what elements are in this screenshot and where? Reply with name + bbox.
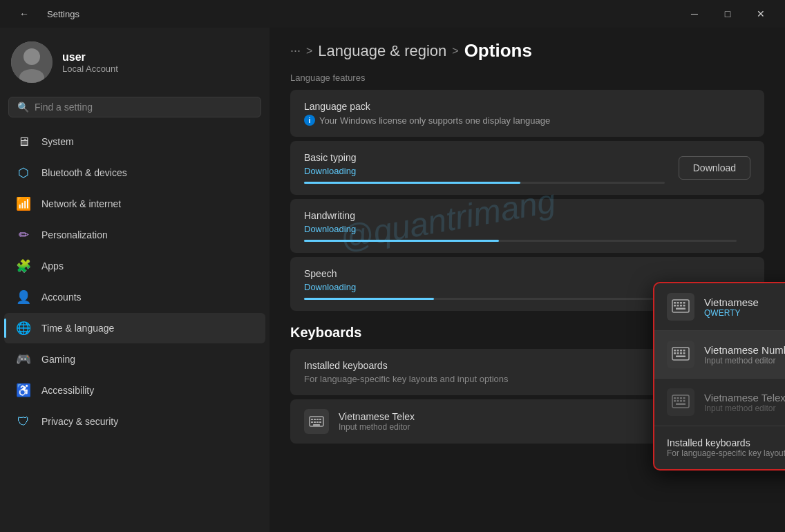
back-button[interactable]: ← <box>8 3 40 24</box>
app-body: user Local Account 🔍 🖥 System ⬡ Bluetoot… <box>0 28 785 532</box>
personalization-icon: ✏ <box>15 227 32 243</box>
installed-keyboards-sub: For language-specific key layouts and in… <box>304 374 509 384</box>
basic-typing-progress-bg <box>304 182 665 184</box>
svg-rect-21 <box>683 305 685 307</box>
viet-telex-icon <box>667 388 694 416</box>
svg-rect-32 <box>676 356 685 358</box>
dropdown-viet-number-name: Vietnamese Number Key-based <box>704 344 785 356</box>
keyboard-name: Vietnamese Telex <box>339 411 415 422</box>
dropdown-item-viet-number[interactable]: Vietnamese Number Key-based Input method… <box>654 331 785 378</box>
viet-number-icon <box>667 341 694 368</box>
sidebar-item-system[interactable]: 🖥 System <box>4 126 265 157</box>
svg-rect-36 <box>680 397 682 399</box>
keyboard-icon <box>304 409 329 434</box>
svg-rect-10 <box>316 421 319 423</box>
basic-typing-status: Downloading <box>304 166 665 176</box>
sidebar-item-label: Apps <box>41 260 64 272</box>
close-button[interactable]: ✕ <box>745 3 777 24</box>
dropdown-item-viet-qwerty[interactable]: Vietnamese QWERTY <box>654 283 785 330</box>
svg-point-1 <box>23 48 40 65</box>
sidebar-item-label: Bluetooth & devices <box>41 167 127 178</box>
sidebar-item-label: Accounts <box>41 292 82 303</box>
sidebar-item-label: Personalization <box>41 229 108 240</box>
handwriting-title: Handwriting <box>304 210 737 221</box>
lang-pack-note: Your Windows license only supports one d… <box>319 115 550 126</box>
svg-rect-12 <box>313 424 320 426</box>
dropdown-item-viet-telex[interactable]: Vietnamese Telex Input method editor <box>654 379 785 426</box>
wifi-icon: 📶 <box>15 196 32 212</box>
dropdown-viet-telex-name: Vietnamese Telex <box>704 392 785 403</box>
nav-list: 🖥 System ⬡ Bluetooth & devices 📶 Network… <box>0 126 269 437</box>
svg-rect-17 <box>683 302 685 304</box>
breadcrumb-sep2: > <box>452 45 458 57</box>
sidebar-item-accessibility[interactable]: ♿ Accessibility <box>4 375 265 406</box>
maximize-button[interactable]: □ <box>712 3 744 24</box>
privacy-icon: 🛡 <box>15 413 32 430</box>
keyboard-dropdown: Vietnamese QWERTY <box>653 282 785 471</box>
sidebar-item-time[interactable]: 🌐 Time & language <box>4 313 265 343</box>
apps-icon: 🧩 <box>15 258 32 274</box>
sidebar-item-gaming[interactable]: 🎮 Gaming <box>4 344 265 374</box>
user-name: user <box>62 51 118 64</box>
svg-rect-6 <box>316 419 319 420</box>
basic-typing-progress-fill <box>304 182 520 184</box>
svg-rect-4 <box>311 419 313 420</box>
sidebar-item-label: System <box>41 136 74 147</box>
svg-rect-15 <box>677 302 679 304</box>
svg-rect-25 <box>677 350 679 352</box>
svg-rect-16 <box>680 302 682 304</box>
language-pack-card: Language pack i Your Windows license onl… <box>290 90 764 137</box>
breadcrumb-lang-region[interactable]: Language & region <box>318 42 446 60</box>
sidebar-item-accounts[interactable]: 👤 Accounts <box>4 282 265 312</box>
section-title: Language features <box>290 73 764 83</box>
search-input[interactable] <box>35 102 252 113</box>
svg-rect-37 <box>683 397 685 399</box>
speech-progress-fill <box>304 298 434 300</box>
app-title: Settings <box>47 9 79 19</box>
sidebar-item-label: Accessibility <box>41 385 94 396</box>
installed-keyboards-dropdown-title: Installed keyboards <box>667 437 785 448</box>
handwriting-progress-bg <box>304 240 737 242</box>
svg-rect-26 <box>680 350 682 352</box>
info-icon: i <box>304 115 315 126</box>
search-icon: 🔍 <box>17 102 29 113</box>
svg-rect-14 <box>674 302 676 304</box>
minimize-button[interactable]: ─ <box>679 3 710 24</box>
gaming-icon: 🎮 <box>15 351 32 368</box>
sidebar-item-apps[interactable]: 🧩 Apps <box>4 251 265 281</box>
user-account-type: Local Account <box>62 64 118 74</box>
svg-rect-8 <box>311 421 313 423</box>
svg-rect-24 <box>674 350 676 352</box>
svg-rect-39 <box>677 400 679 402</box>
user-profile[interactable]: user Local Account <box>0 28 269 97</box>
svg-rect-30 <box>680 352 682 354</box>
svg-rect-42 <box>676 403 685 406</box>
sidebar-item-label: Gaming <box>41 354 75 365</box>
svg-rect-28 <box>674 352 676 354</box>
svg-rect-35 <box>677 397 679 399</box>
svg-rect-5 <box>314 419 316 420</box>
sidebar-item-privacy[interactable]: 🛡 Privacy & security <box>4 406 265 437</box>
svg-rect-27 <box>683 350 685 352</box>
svg-rect-41 <box>683 400 685 402</box>
svg-rect-11 <box>319 421 321 423</box>
sidebar-item-network[interactable]: 📶 Network & internet <box>4 189 265 219</box>
dropdown-viet-telex-sub: Input method editor <box>704 403 785 413</box>
installed-keyboards-dropdown-sub: For language-specific key layouts and in… <box>667 448 785 458</box>
search-box: 🔍 <box>8 97 261 117</box>
viet-qwerty-icon <box>667 293 694 321</box>
download-button[interactable]: Download <box>679 156 750 180</box>
svg-rect-31 <box>683 352 685 354</box>
window-controls: ─ □ ✕ <box>679 3 777 24</box>
sidebar-item-label: Network & internet <box>41 198 121 209</box>
speech-title: Speech <box>304 268 737 279</box>
breadcrumb: ··· > Language & region > Options <box>269 28 785 70</box>
bluetooth-icon: ⬡ <box>15 164 32 181</box>
handwriting-card: Handwriting Downloading <box>290 199 764 253</box>
svg-rect-9 <box>314 421 316 423</box>
breadcrumb-dots: ··· <box>290 44 301 58</box>
handwriting-status: Downloading <box>304 224 737 234</box>
svg-rect-22 <box>676 308 685 310</box>
sidebar-item-bluetooth[interactable]: ⬡ Bluetooth & devices <box>4 158 265 188</box>
sidebar-item-personalization[interactable]: ✏ Personalization <box>4 220 265 250</box>
